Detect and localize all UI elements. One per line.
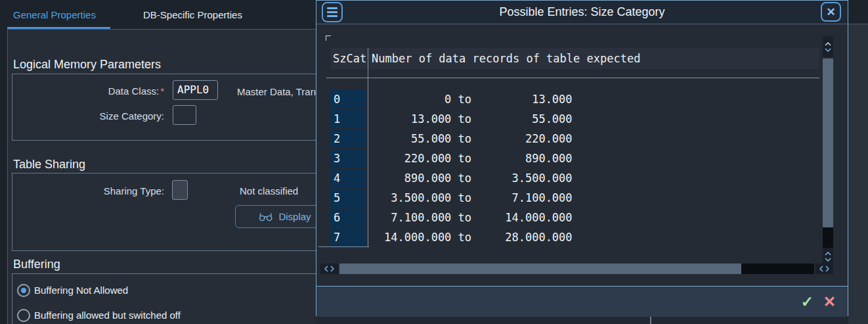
table-corner-marker [326, 35, 331, 41]
table-row-range-text[interactable]: 55.000 to 220.000 [384, 129, 573, 148]
display-button-label: Display [278, 211, 311, 222]
table-header-row: SzCat Number of data records of table ex… [330, 48, 819, 69]
table-row-select-cell[interactable]: 1 [330, 110, 366, 128]
chevron-down-icon [825, 48, 831, 52]
column-header-szcat[interactable]: SzCat [333, 48, 366, 69]
table-row-range-text[interactable]: 14.000.000 to 28.000.000 [384, 228, 573, 246]
radio-label-buffering-switched-off[interactable]: Buffering allowed but switched off [34, 310, 181, 321]
horizontal-scrollbar-thumb[interactable] [339, 264, 741, 274]
id-column-endline [318, 246, 369, 247]
section-title-logical-memory: Logical Memory Parameters [13, 58, 161, 72]
section-title-buffering: Buffering [13, 258, 60, 271]
table-row-range-text[interactable]: 7.100.000 to 14.000.000 [384, 208, 573, 227]
required-asterisk: * [159, 85, 164, 97]
table-row-range-text[interactable]: 220.000 to 890.000 [384, 149, 573, 168]
tab-db-specific-properties[interactable]: DB-Specific Properties [143, 7, 242, 24]
chevron-right-icon [330, 266, 334, 272]
table-row-select-cell[interactable]: 2 [330, 129, 366, 148]
table-row-range-text[interactable]: 13.000 to 55.000 [384, 110, 573, 128]
close-icon[interactable]: ✕ [821, 2, 841, 22]
table-row-range-text[interactable]: 890.000 to 3.500.000 [384, 169, 573, 187]
header-underline [326, 78, 819, 78]
chevron-down-icon [825, 258, 831, 262]
horizontal-scrollbar-track[interactable] [741, 264, 814, 274]
size-category-label: Size Category: [39, 110, 164, 122]
chevron-up-icon [825, 42, 831, 46]
column-header-description[interactable]: Number of data records of table expected [372, 48, 640, 69]
confirm-check-icon[interactable]: ✓ [801, 292, 814, 311]
radio-buffering-not-allowed[interactable] [17, 284, 30, 297]
radio-dot [21, 313, 26, 318]
radio-label-buffering-not-allowed[interactable]: Buffering Not Allowed [34, 285, 128, 296]
radio-dot [21, 288, 26, 293]
table-row-select-cell[interactable]: 3 [330, 149, 366, 168]
section-title-table-sharing: Table Sharing [13, 158, 85, 172]
size-category-input[interactable] [173, 105, 196, 125]
table-row-range-text[interactable]: 3.500.000 to 7.100.000 [384, 189, 573, 207]
data-class-label-text: Data Class: [108, 85, 160, 97]
chevron-up-icon [825, 252, 831, 256]
sharing-type-description: Not classified [240, 185, 298, 197]
data-class-label: Data Class:* [39, 85, 164, 97]
table-row-select-cell[interactable]: 7 [330, 228, 366, 246]
sharing-type-input[interactable] [172, 180, 188, 200]
vscroll-bottom-buttons[interactable] [823, 248, 833, 265]
vertical-scrollbar-thumb[interactable] [823, 58, 833, 227]
table-row-range-text[interactable]: 0 to 13.000 [384, 90, 573, 108]
data-class-input[interactable]: APPL0 [173, 80, 218, 100]
pane-divider [650, 317, 651, 324]
chevron-left-icon [324, 266, 328, 272]
hscroll-left-buttons[interactable] [320, 264, 338, 274]
tab-general-properties[interactable]: General Properties [13, 7, 96, 24]
cancel-x-icon[interactable]: ✕ [823, 292, 836, 311]
sharing-type-label: Sharing Type: [39, 185, 164, 197]
chevron-left-icon [819, 266, 823, 272]
table-row-select-cell[interactable]: 6 [330, 208, 366, 227]
dialog-titlebar: Possible Entries: Size Category ✕ [316, 1, 848, 24]
active-tab-underline [7, 27, 110, 29]
background-right-strip [848, 0, 868, 324]
table-row-select-cell[interactable]: 5 [330, 189, 366, 207]
vscroll-top-buttons[interactable] [823, 36, 833, 57]
possible-entries-dialog: Possible Entries: Size Category ✕ SzCat … [316, 0, 848, 316]
background-lower-strip [316, 316, 868, 324]
glasses-icon [259, 212, 273, 221]
hscroll-right-buttons[interactable] [815, 264, 833, 274]
vertical-scrollbar-track[interactable] [823, 227, 833, 248]
table-row-select-cell[interactable]: 4 [330, 169, 366, 187]
radio-buffering-switched-off[interactable] [17, 309, 30, 322]
chevron-right-icon [825, 266, 829, 272]
table-row-select-cell[interactable]: 0 [330, 90, 366, 108]
dialog-title: Possible Entries: Size Category [316, 1, 848, 24]
dialog-footer: ✓ ✕ [316, 286, 848, 317]
background-right-cap [848, 0, 868, 24]
